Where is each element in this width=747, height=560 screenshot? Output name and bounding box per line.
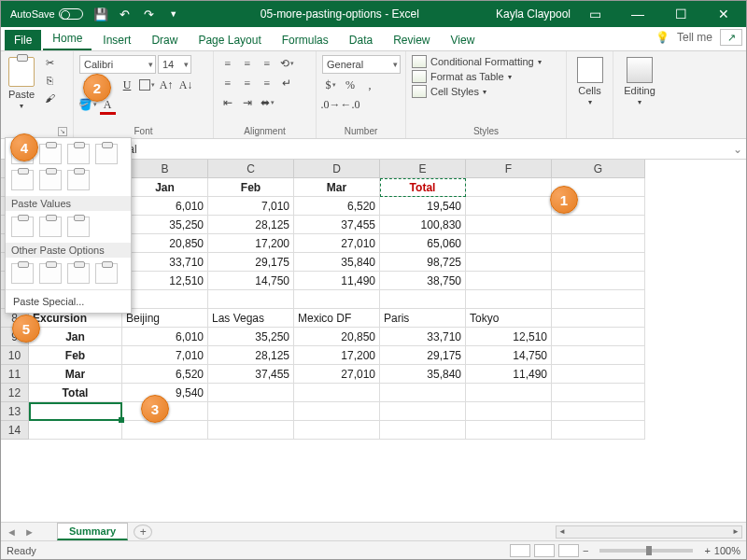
grow-font-button[interactable]: A↑ <box>158 77 175 93</box>
align-right-icon[interactable]: ≡ <box>259 75 275 91</box>
row-header[interactable]: 14 <box>1 421 29 440</box>
orientation-icon[interactable]: ⟲ <box>278 55 295 72</box>
paste-special-menuitem[interactable]: Paste Special... <box>6 289 131 313</box>
view-page-break-icon[interactable] <box>558 544 579 557</box>
paste-option-keep-widths[interactable] <box>39 170 62 190</box>
col-header-d[interactable]: D <box>294 160 380 178</box>
tell-me[interactable]: Tell me <box>677 31 712 44</box>
cells-button[interactable]: Cells ▾ <box>575 55 605 108</box>
view-page-layout-icon[interactable] <box>534 544 555 557</box>
tab-file[interactable]: File <box>5 30 41 50</box>
add-sheet-button[interactable]: + <box>134 525 152 539</box>
redo-icon[interactable]: ↷ <box>139 5 160 23</box>
zoom-level[interactable]: 100% <box>714 545 740 556</box>
col-header-e[interactable]: E <box>380 160 466 178</box>
tab-formulas[interactable]: Formulas <box>273 30 338 50</box>
paste-option-values-source[interactable] <box>67 217 90 237</box>
horizontal-scrollbar[interactable] <box>556 525 742 539</box>
paste-other-heading: Other Paste Options <box>6 243 131 258</box>
shrink-font-button[interactable]: A↓ <box>177 77 194 93</box>
cell[interactable]: Jan <box>122 178 208 197</box>
tab-data[interactable]: Data <box>340 30 382 50</box>
align-top-icon[interactable]: ≡ <box>219 55 236 72</box>
font-name-combo[interactable]: Calibri <box>79 55 156 74</box>
percent-format-icon[interactable]: % <box>342 77 359 93</box>
increase-indent-icon[interactable]: ⇥ <box>239 94 256 111</box>
callout-5: 5 <box>12 315 40 343</box>
ribbon-options-icon[interactable]: ▭ <box>576 1 613 27</box>
font-size-combo[interactable]: 14 <box>158 55 191 74</box>
paste-option-values-num[interactable] <box>39 217 62 237</box>
format-as-table-button[interactable]: Format as Table▾ <box>412 70 542 83</box>
undo-icon[interactable]: ↶ <box>115 5 135 23</box>
save-icon[interactable]: 💾 <box>91 5 111 23</box>
align-center-icon[interactable]: ≡ <box>239 75 256 91</box>
maximize-button[interactable]: ☐ <box>662 1 699 27</box>
paste-option-keep-source[interactable] <box>95 144 118 164</box>
sheet-nav-next[interactable]: ► <box>24 526 35 538</box>
sheet-tab-summary[interactable]: Summary <box>57 523 128 540</box>
paste-button[interactable]: Paste ▾ <box>7 55 36 112</box>
border-button[interactable] <box>138 77 155 93</box>
wrap-text-icon[interactable]: ↵ <box>278 75 295 91</box>
copy-icon[interactable]: ⎘ <box>40 73 59 88</box>
col-header-b[interactable]: B <box>122 160 208 178</box>
view-normal-icon[interactable] <box>510 544 530 557</box>
tab-draw[interactable]: Draw <box>142 30 187 50</box>
col-header-c[interactable]: C <box>208 160 294 178</box>
minimize-button[interactable]: — <box>619 1 656 27</box>
paste-dropdown: Paste Values Other Paste Options Paste S… <box>5 137 132 314</box>
tab-insert[interactable]: Insert <box>93 30 140 50</box>
decrease-indent-icon[interactable]: ⇤ <box>219 94 236 111</box>
editing-button[interactable]: Editing ▾ <box>622 55 657 108</box>
qat-customize-icon[interactable]: ▼ <box>163 5 184 23</box>
col-header-g[interactable]: G <box>552 160 645 178</box>
tab-view[interactable]: View <box>442 30 485 50</box>
format-painter-icon[interactable]: 🖌 <box>40 91 59 105</box>
zoom-slider[interactable] <box>599 549 693 553</box>
cell[interactable]: Mar <box>294 178 380 197</box>
sheet-nav-prev[interactable]: ◄ <box>7 526 17 538</box>
col-header-f[interactable]: F <box>466 160 552 178</box>
share-button[interactable]: ↗ <box>720 29 742 46</box>
paste-option-values[interactable] <box>11 217 34 237</box>
paste-option-transpose[interactable] <box>67 170 90 190</box>
clipboard-launcher[interactable]: ↘ <box>58 127 67 136</box>
tab-review[interactable]: Review <box>384 30 439 50</box>
paste-option-formulas[interactable] <box>39 144 62 164</box>
autosave-toggle[interactable]: AutoSave <box>7 8 87 20</box>
cell[interactable] <box>466 178 552 197</box>
paste-option-no-borders[interactable] <box>11 170 34 190</box>
row-header[interactable]: 11 <box>1 365 29 384</box>
paste-option-linked-picture[interactable] <box>95 263 118 284</box>
paste-option-formatting[interactable] <box>11 263 34 284</box>
number-format-combo[interactable]: General <box>322 55 401 74</box>
cut-icon[interactable]: ✂ <box>40 55 59 70</box>
decrease-decimal-icon[interactable]: ←.0 <box>342 96 359 113</box>
align-middle-icon[interactable]: ≡ <box>239 55 256 72</box>
cell[interactable]: Total <box>380 178 466 197</box>
paste-option-picture[interactable] <box>67 263 90 284</box>
paste-option-formulas-num[interactable] <box>67 144 90 164</box>
comma-format-icon[interactable]: , <box>361 77 378 93</box>
row-header[interactable]: 12 <box>1 384 29 402</box>
row-header[interactable]: 13 <box>1 402 29 421</box>
accounting-format-icon[interactable]: $ <box>322 77 339 93</box>
cell-styles-button[interactable]: Cell Styles▾ <box>412 85 542 98</box>
close-button[interactable]: ✕ <box>705 1 742 27</box>
cell[interactable]: Feb <box>208 178 294 197</box>
row-header[interactable]: 10 <box>1 346 29 365</box>
align-left-icon[interactable]: ≡ <box>219 75 236 91</box>
tab-home[interactable]: Home <box>43 28 92 50</box>
conditional-formatting-button[interactable]: Conditional Formatting▾ <box>412 55 542 68</box>
align-bottom-icon[interactable]: ≡ <box>259 55 275 72</box>
expand-formula-bar[interactable]: ⌄ <box>729 143 746 156</box>
formula-input[interactable]: Total <box>107 143 729 156</box>
zoom-in-button[interactable]: + <box>704 545 710 556</box>
paste-option-link[interactable] <box>39 263 62 284</box>
tab-page-layout[interactable]: Page Layout <box>189 30 270 50</box>
merge-center-icon[interactable]: ⬌ <box>259 94 275 111</box>
underline-button[interactable]: U <box>119 77 135 93</box>
zoom-out-button[interactable]: − <box>583 545 588 556</box>
increase-decimal-icon[interactable]: .0→ <box>322 96 339 113</box>
